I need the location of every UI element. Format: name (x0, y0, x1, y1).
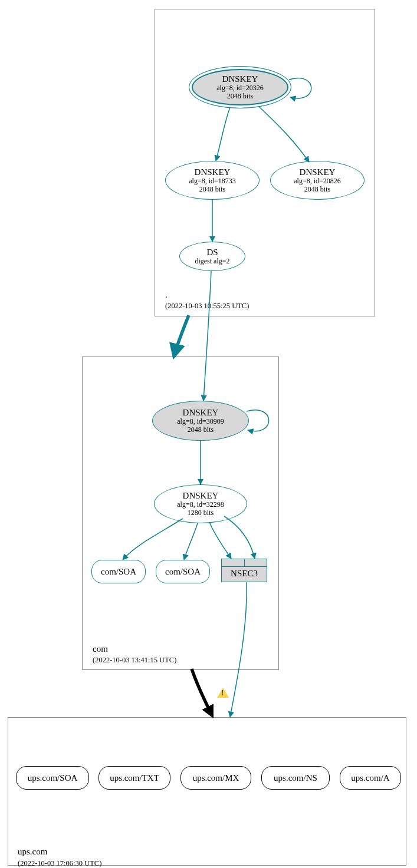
ups-ns-label: ups.com/NS (274, 773, 317, 783)
com-zsk-bits: 1280 bits (188, 509, 214, 517)
com-soa2-label: com/SOA (165, 567, 201, 577)
zone-root-label: . (165, 290, 168, 300)
ups-txt-node: ups.com/TXT (98, 766, 170, 790)
ups-a-label: ups.com/A (351, 773, 389, 783)
ups-soa-node: ups.com/SOA (16, 766, 89, 790)
root-ksk-bits: 2048 bits (227, 93, 253, 101)
root-ds-node: DS digest alg=2 (179, 242, 245, 271)
com-soa1-label: com/SOA (101, 567, 136, 577)
root-zsk-title: DNSKEY (195, 167, 231, 177)
zone-com-timestamp: (2022-10-03 13:41:15 UTC) (93, 656, 176, 665)
root-k2-alg: alg=8, id=20826 (294, 177, 341, 186)
com-nsec3-label: NSEC3 (222, 569, 267, 579)
zone-root (155, 9, 375, 316)
com-ksk-title: DNSKEY (183, 408, 219, 418)
root-zsk-bits: 2048 bits (199, 186, 225, 194)
root-ksk-alg: alg=8, id=20326 (216, 84, 264, 93)
com-zsk-node: DNSKEY alg=8, id=32298 1280 bits (154, 484, 247, 523)
ups-soa-label: ups.com/SOA (28, 773, 78, 783)
ups-a-node: ups.com/A (340, 766, 401, 790)
warning-icon (217, 688, 229, 698)
root-zsk-node: DNSKEY alg=8, id=18733 2048 bits (165, 161, 260, 200)
root-zsk-alg: alg=8, id=18733 (189, 177, 236, 186)
zone-ups-timestamp: (2022-10-03 17:06:30 UTC) (18, 859, 101, 868)
ups-txt-label: ups.com/TXT (110, 773, 159, 783)
root-k2-bits: 2048 bits (304, 186, 330, 194)
com-ksk-node: DNSKEY alg=8, id=30909 2048 bits (152, 401, 249, 441)
ups-ns-node: ups.com/NS (261, 766, 330, 790)
com-soa2-node: com/SOA (156, 560, 210, 583)
root-k2-title: DNSKEY (300, 167, 336, 177)
root-k2-node: DNSKEY alg=8, id=20826 2048 bits (270, 161, 365, 200)
ups-mx-label: ups.com/MX (193, 773, 239, 783)
com-ksk-bits: 2048 bits (188, 426, 214, 434)
com-zsk-title: DNSKEY (183, 491, 219, 501)
root-ksk-node: DNSKEY alg=8, id=20326 2048 bits (189, 66, 291, 108)
com-soa1-node: com/SOA (91, 560, 146, 583)
zone-com-label: com (93, 644, 108, 654)
zone-root-timestamp: (2022-10-03 10:55:25 UTC) (165, 302, 249, 311)
com-zsk-alg: alg=8, id=32298 (177, 501, 224, 509)
com-nsec3-node: NSEC3 (221, 559, 267, 582)
ups-mx-node: ups.com/MX (180, 766, 251, 790)
root-ds-alg: digest alg=2 (195, 258, 229, 266)
com-ksk-alg: alg=8, id=30909 (177, 418, 224, 426)
root-ds-title: DS (206, 247, 218, 258)
root-ksk-title: DNSKEY (222, 74, 258, 84)
zone-ups-label: ups.com (18, 847, 47, 857)
zone-ups (8, 717, 406, 866)
